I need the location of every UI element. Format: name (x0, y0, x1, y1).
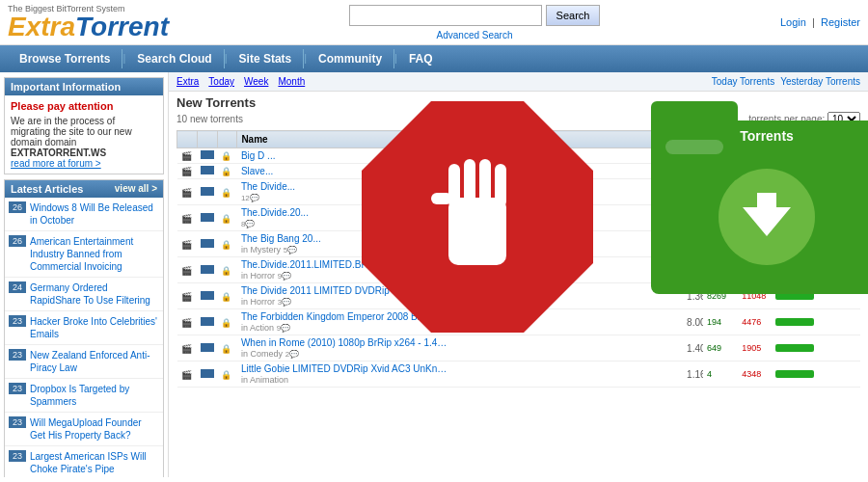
table-row: 🎬 🔒 The Divide... 12💬 706.09 MB 4072 160… (177, 179, 860, 205)
cell-flag (197, 257, 217, 283)
attention-text: Please pay attention (11, 100, 157, 112)
health-bar (775, 151, 814, 159)
list-item: 23 Dropbox Is Targeted by Spammers (5, 379, 163, 413)
yesterday-torrents-link[interactable]: Yesterday Torrents (780, 76, 860, 87)
logo-extra: Extra (8, 12, 75, 41)
cell-flag (197, 283, 217, 309)
cell-health (772, 309, 859, 335)
cell-lock: 🔒 (217, 205, 237, 231)
table-row: 🎬 🔒 The.Divide.20... 8💬 1.36 GB 1627 979… (177, 205, 860, 231)
torrent-link[interactable]: Slave... (241, 166, 453, 176)
cell-name: The Divide 2011 LIMITED DVDRip XviD-SPAR… (237, 283, 683, 309)
cell-size: MB (683, 164, 703, 179)
torrent-link[interactable]: When in Rome (2010) 1080p BrRip x264 - 1… (241, 337, 453, 348)
cell-health (772, 257, 859, 283)
article-date: 23 (9, 383, 26, 394)
health-bar (775, 266, 814, 274)
list-item: 24 Germany Ordered RapidShare To Use Fil… (5, 278, 163, 311)
cell-leeches: 4377 (738, 231, 772, 257)
torrent-link[interactable]: The Big Bang 20... (241, 233, 453, 244)
list-item: 23 Largest American ISPs Will Choke Pira… (5, 446, 163, 477)
torrents-body: 🎬 🔒 Big D ... MB 7145 15368 🎬 🔒 Slave.. (177, 148, 860, 388)
cell-icon: 🎬 (177, 257, 198, 283)
content-link-week[interactable]: Week (244, 76, 268, 87)
article-link[interactable]: Hacker Broke Into Celebrities' Emails (30, 315, 159, 340)
torrents-subheader: 10 new torrents torrents per page: 10 25… (176, 112, 860, 126)
article-link[interactable]: New Zealand Enforced Anti-Piracy Law (30, 349, 159, 374)
article-link[interactable]: Largest American ISPs Will Choke Pirate'… (30, 450, 159, 475)
nav-faq[interactable]: FAQ (397, 49, 445, 68)
cell-health (772, 335, 859, 362)
cell-flag (197, 164, 217, 179)
info-read-more[interactable]: read more at forum > (11, 158, 101, 169)
cell-health (772, 148, 859, 164)
per-page-select[interactable]: 10 25 50 (827, 112, 860, 126)
articles-header: Latest Articles view all > (5, 180, 163, 198)
article-link[interactable]: Windows 8 Will Be Released in October (30, 201, 159, 227)
cell-icon: 🎬 (177, 362, 198, 388)
table-row: 🎬 🔒 When in Rome (2010) 1080p BrRip x264… (177, 335, 860, 362)
torrents-table: Name S L Health 🎬 🔒 Big D ... MB 714 (176, 130, 860, 388)
health-bar (775, 188, 814, 196)
torrent-link[interactable]: The.Divide.2011.LIMITED.BRRiP.XviD.AbSur… (241, 259, 453, 270)
content-link-extra[interactable]: Extra (176, 76, 199, 87)
torrent-link[interactable]: Little Gobie LIMITED DVDRip Xvid AC3 UnK… (241, 363, 453, 374)
cell-name: The Divide... 12💬 (237, 179, 683, 205)
search-button[interactable]: Search (546, 5, 601, 26)
health-bar (775, 240, 814, 248)
cell-icon: 🎬 (177, 148, 198, 164)
health-bar (775, 370, 814, 378)
nav-search-cloud[interactable]: Search Cloud (125, 49, 224, 68)
cell-size: 1.40 GB (683, 335, 703, 362)
nav-browse-torrents[interactable]: Browse Torrents (8, 49, 122, 68)
advanced-search-link[interactable]: Advanced Search (437, 30, 513, 40)
today-torrents-link[interactable]: Today Torrents (712, 76, 774, 87)
cell-seeds: 609 (703, 231, 738, 257)
table-row: 🎬 🔒 Big D ... MB 7145 15368 (177, 148, 860, 164)
logo-area: The Biggest BitTorrent System ExtraTorre… (8, 4, 169, 40)
cell-flag (197, 231, 217, 257)
cell-name: When in Rome (2010) 1080p BrRip x264 - 1… (237, 335, 683, 362)
nav-community[interactable]: Community (307, 49, 394, 68)
torrent-link[interactable]: Big D ... (241, 150, 453, 161)
cell-seeds: 3133 (703, 164, 738, 179)
article-date: 26 (9, 201, 26, 213)
article-link[interactable]: Will MegaUpload Founder Get His Property… (30, 416, 159, 442)
header-links: Login | Register (780, 16, 860, 28)
articles-view-all[interactable]: view all > (115, 183, 157, 195)
cell-leeches: 9790 (738, 205, 772, 231)
torrent-link[interactable]: The Divide 2011 LIMITED DVDRip XviD-SPAR… (241, 285, 453, 296)
torrent-link[interactable]: The.Divide.20... (241, 207, 453, 218)
col-icon (177, 131, 198, 148)
content-link-month[interactable]: Month (278, 76, 305, 87)
cell-icon: 🎬 (177, 179, 198, 205)
cell-health (772, 205, 859, 231)
cell-name: The Big Bang 20... in Mystery 5💬 (237, 231, 683, 257)
cell-leeches: 5468 (738, 257, 772, 283)
login-link[interactable]: Login (780, 16, 806, 28)
register-link[interactable]: Register (821, 16, 860, 28)
search-input[interactable] (349, 5, 542, 26)
list-item: 23 Hacker Broke Into Celebrities' Emails (5, 311, 163, 345)
cell-size: 1.88 GB (683, 231, 703, 257)
cell-flag (197, 148, 217, 164)
torrent-link[interactable]: The Divide... (241, 181, 453, 192)
content-top-right: Today Torrents Yesterday Torrents (712, 76, 860, 87)
article-link[interactable]: Germany Ordered RapidShare To Use Filter… (30, 281, 159, 307)
table-header-row: Name S L Health (177, 131, 860, 148)
article-link[interactable]: American Entertainment Industry Banned f… (30, 235, 159, 273)
content-area: Extra Today Week Month Today Torrents Ye… (169, 72, 868, 477)
col-health: Health (772, 131, 859, 148)
cell-leeches: 4348 (738, 362, 772, 388)
nav-site-stats[interactable]: Site Stats (228, 49, 305, 68)
cell-health (772, 231, 859, 257)
cell-flag (197, 309, 217, 335)
content-link-today[interactable]: Today (208, 76, 234, 87)
article-date: 24 (9, 281, 26, 293)
table-row: 🎬 🔒 The Big Bang 20... in Mystery 5💬 1.8… (177, 231, 860, 257)
article-link[interactable]: Dropbox Is Targeted by Spammers (30, 383, 159, 408)
table-row: 🎬 🔒 Slave... MB 3133 7658 (177, 164, 860, 179)
torrent-link[interactable]: The Forbidden Kingdom Emperor 2008 BluRa… (241, 311, 453, 322)
cell-icon: 🎬 (177, 309, 198, 335)
cell-seeds: 2543 (703, 257, 738, 283)
